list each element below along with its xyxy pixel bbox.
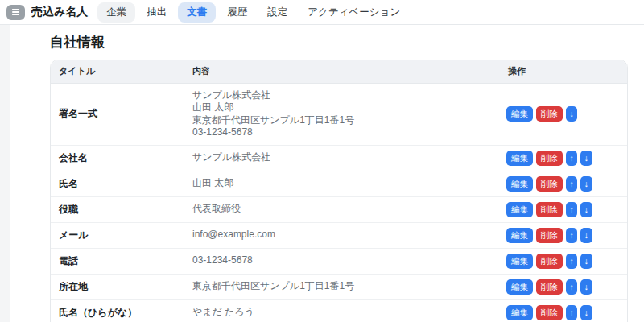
down-button[interactable]: ↓	[580, 176, 592, 192]
row-content: 03-1234-5678	[184, 248, 500, 274]
row-title: 氏名	[51, 171, 184, 196]
hamburger-icon	[12, 9, 19, 10]
table-row: 電話03-1234-5678編集削除↑↓	[51, 248, 627, 274]
up-button[interactable]: ↑	[566, 305, 577, 320]
edit-button[interactable]: 編集	[506, 202, 533, 217]
delete-button[interactable]: 削除	[536, 228, 563, 243]
up-button[interactable]: ↑	[566, 254, 577, 269]
company-info-table: タイトル 内容 操作 署名一式サンプル株式会社山田 太郎東京都千代田区サンプル1…	[51, 60, 627, 322]
content-line: 代表取締役	[192, 203, 500, 216]
table-row: 氏名山田 太郎編集削除↑↓	[51, 171, 627, 196]
row-content: サンプル株式会社山田 太郎東京都千代田区サンプル1丁目1番1号03-1234-5…	[184, 83, 500, 145]
down-button[interactable]: ↓	[566, 106, 577, 122]
row-actions: 編集削除↑↓	[500, 248, 627, 274]
edit-button[interactable]: 編集	[506, 254, 533, 269]
row-title: 電話	[51, 248, 184, 274]
row-actions: 編集削除↑↓	[500, 171, 627, 196]
table-row: 所在地東京都千代田区サンプル1丁目1番1号編集削除↑↓	[51, 274, 627, 299]
row-title: 所在地	[51, 274, 184, 299]
company-info-table-card: タイトル 内容 操作 署名一式サンプル株式会社山田 太郎東京都千代田区サンプル1…	[50, 60, 628, 322]
row-title: 役職	[51, 196, 184, 222]
up-button[interactable]: ↑	[566, 279, 577, 295]
delete-button[interactable]: 削除	[536, 176, 563, 192]
content-line: サンプル株式会社	[192, 151, 500, 164]
down-button[interactable]: ↓	[580, 305, 592, 320]
tab-activation[interactable]: アクティベーション	[299, 2, 409, 23]
down-button[interactable]: ↓	[580, 279, 592, 295]
content-line: info@example.com	[192, 229, 500, 242]
tab-kigyo[interactable]: 企業	[97, 2, 135, 23]
row-title: 会社名	[51, 145, 184, 171]
row-content: 代表取締役	[184, 196, 500, 222]
content-line: 山田 太郎	[192, 101, 500, 114]
column-header-content: 内容	[184, 60, 500, 83]
edit-button[interactable]: 編集	[506, 305, 533, 320]
tab-rireki[interactable]: 履歴	[218, 2, 256, 23]
delete-button[interactable]: 削除	[536, 254, 563, 269]
row-title: 署名一式	[51, 83, 184, 145]
row-content: 山田 太郎	[184, 171, 500, 196]
table-row: 役職代表取締役編集削除↑↓	[51, 196, 627, 222]
edit-button[interactable]: 編集	[506, 106, 533, 122]
edit-button[interactable]: 編集	[506, 176, 533, 192]
top-bar: 売込み名人 企業抽出文書履歴設定アクティベーション	[0, 0, 644, 25]
row-actions: 編集削除↓	[500, 83, 627, 145]
table-row: 会社名サンプル株式会社編集削除↑↓	[51, 145, 627, 171]
up-button[interactable]: ↑	[566, 151, 577, 166]
row-actions: 編集削除↑↓	[500, 196, 627, 222]
main-area: 自社情報 タイトル 内容 操作 署名一式サンプル株式会社山田 太郎東京都千代田区…	[0, 25, 644, 322]
content-line: 03-1234-5678	[192, 126, 500, 139]
delete-button[interactable]: 削除	[536, 202, 563, 217]
row-content: やまだ たろう	[184, 299, 500, 322]
table-header-row: タイトル 内容 操作	[51, 60, 627, 83]
delete-button[interactable]: 削除	[536, 151, 563, 166]
content-line: 山田 太郎	[192, 177, 500, 190]
row-content: 東京都千代田区サンプル1丁目1番1号	[184, 274, 500, 299]
row-actions: 編集削除↑↓	[500, 274, 627, 299]
page-title: 自社情報	[50, 33, 638, 52]
down-button[interactable]: ↓	[580, 202, 592, 217]
content-line: 東京都千代田区サンプル1丁目1番1号	[192, 280, 500, 293]
delete-button[interactable]: 削除	[536, 106, 563, 122]
down-button[interactable]: ↓	[580, 254, 592, 269]
content-line: サンプル株式会社	[192, 89, 500, 102]
tab-bunsho[interactable]: 文書	[178, 2, 216, 23]
content-line: 03-1234-5678	[192, 254, 500, 267]
down-button[interactable]: ↓	[580, 151, 592, 166]
scrollbar-track[interactable]	[638, 25, 638, 322]
up-button[interactable]: ↑	[566, 228, 577, 243]
table-row: 署名一式サンプル株式会社山田 太郎東京都千代田区サンプル1丁目1番1号03-12…	[51, 83, 627, 145]
edit-button[interactable]: 編集	[506, 279, 533, 295]
row-actions: 編集削除↑↓	[500, 145, 627, 171]
content-panel: 自社情報 タイトル 内容 操作 署名一式サンプル株式会社山田 太郎東京都千代田区…	[11, 25, 638, 322]
table-row: 氏名（ひらがな）やまだ たろう編集削除↑↓	[51, 299, 627, 322]
edit-button[interactable]: 編集	[506, 228, 533, 243]
menu-button[interactable]	[6, 5, 25, 20]
row-content: サンプル株式会社	[184, 145, 500, 171]
content-line: やまだ たろう	[192, 306, 500, 319]
tab-settei[interactable]: 設定	[258, 2, 296, 23]
row-actions: 編集削除↑↓	[500, 299, 627, 322]
brand-title: 売込み名人	[31, 5, 88, 19]
edit-button[interactable]: 編集	[506, 151, 533, 166]
down-button[interactable]: ↓	[580, 228, 592, 243]
table-row: メールinfo@example.com編集削除↑↓	[51, 222, 627, 248]
column-header-actions: 操作	[500, 60, 627, 83]
row-content: info@example.com	[184, 222, 500, 248]
main-nav: 企業抽出文書履歴設定アクティベーション	[97, 2, 409, 23]
row-actions: 編集削除↑↓	[500, 222, 627, 248]
delete-button[interactable]: 削除	[536, 305, 563, 320]
up-button[interactable]: ↑	[566, 176, 577, 192]
up-button[interactable]: ↑	[566, 202, 577, 217]
delete-button[interactable]: 削除	[536, 279, 563, 295]
tab-chushutsu[interactable]: 抽出	[138, 2, 175, 23]
row-title: 氏名（ひらがな）	[51, 299, 184, 322]
content-line: 東京都千代田区サンプル1丁目1番1号	[192, 114, 500, 127]
row-title: メール	[51, 222, 184, 248]
collapsed-sidebar	[0, 25, 10, 322]
column-header-title: タイトル	[51, 60, 184, 83]
